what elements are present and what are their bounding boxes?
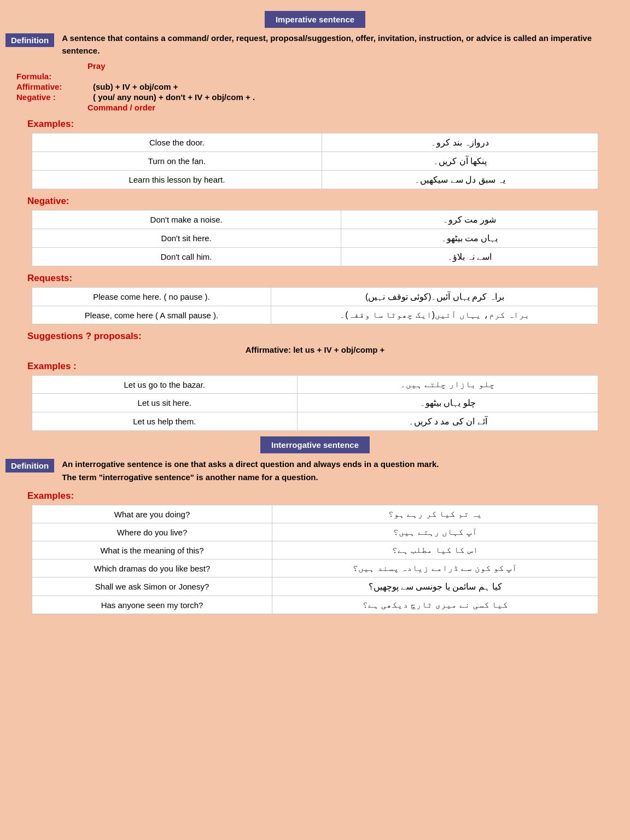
formula-label-line: Formula: [11, 72, 619, 81]
table-row: Let us go to the bazar.چلو بازار چلتے ہی… [32, 376, 598, 394]
affirmative-line: Affirmative: (sub) + IV + obj/com + [11, 82, 619, 91]
interrogative-def-line1: An interrogative sentence is one that as… [62, 458, 439, 471]
table-cell-urdu: یہ سبق دل سے سیکھیں۔ [322, 171, 598, 189]
negative-formula-value: ( you/ any noun) + don't + IV + obj/com … [93, 92, 255, 102]
definition-label: Definition [5, 33, 54, 47]
table-row: Let us sit here.چلو یہاں بیٹھو۔ [32, 394, 598, 412]
table-cell-english: Let us go to the bazar. [32, 376, 297, 394]
negative-formula-label: Negative : [16, 92, 93, 102]
table-cell-urdu: اسے نہ بلاؤ۔ [341, 248, 598, 266]
table-cell-urdu: کیا ہم سائمن یا جونسی سے پوچھیں؟ [272, 578, 598, 596]
imperative-badge: Imperative sentence [265, 11, 365, 28]
interrogative-definition-text: An interrogative sentence is one that as… [62, 458, 439, 484]
table-cell-urdu: آئے ان کی مد د کریں۔ [297, 412, 598, 431]
table-row: Please come here. ( no pause ).براہ کرم … [32, 288, 598, 306]
interrogative-def-line2: The term "interrogative sentence" is ano… [62, 471, 439, 484]
table-row: Please, come here ( A small pause ).براہ… [32, 306, 598, 324]
table-cell-urdu: پنکھا آن کریں۔ [322, 152, 598, 171]
table-row: Learn this lesson by heart.یہ سبق دل سے … [32, 171, 598, 189]
suggestions-examples-title: Examples : [22, 361, 630, 372]
table-cell-urdu: یہ تم کیا کر رہے ہو؟ [272, 505, 598, 523]
table-cell-urdu: آپ کہاں رہتے ہیں؟ [272, 523, 598, 541]
table-cell-urdu: چلو بازار چلتے ہیں۔ [297, 376, 598, 394]
table-row: Don't sit here.یہاں مت بیٹھو۔ [32, 229, 598, 248]
interrogative-definition-label: Definition [5, 459, 54, 472]
interrogative-badge: Interrogative sentence [260, 436, 370, 453]
suggestions-section-title: Suggestions ? proposals: [22, 331, 630, 342]
table-cell-english: Turn on the fan. [32, 152, 322, 171]
table-cell-english: Please, come here ( A small pause ). [32, 306, 271, 324]
table-cell-english: Don't make a noise. [32, 211, 341, 229]
affirmative-label: Affirmative: [16, 82, 93, 91]
imperative-definition-text: A sentence that contains a command/ orde… [62, 32, 625, 57]
table-row: Close the door.دروازہ بند کرو۔ [32, 133, 598, 152]
table-cell-english: Shall we ask Simon or Jonesy? [32, 578, 272, 596]
suggestions-table: Let us go to the bazar.چلو بازار چلتے ہی… [32, 375, 599, 431]
imperative-badge-container: Imperative sentence [0, 11, 630, 28]
table-row: Has anyone seen my torch?کیا کسی نے میری… [32, 596, 598, 614]
table-cell-english: What are you doing? [32, 505, 272, 523]
examples-section-title: Examples: [22, 119, 630, 130]
table-cell-urdu: کیا کسی نے میری ٹارچ دیکھی ہے؟ [272, 596, 598, 614]
table-cell-english: What is the meaning of this? [32, 541, 272, 559]
interrogative-examples-title: Examples: [22, 491, 630, 501]
table-cell-english: Has anyone seen my torch? [32, 596, 272, 614]
table-cell-urdu: یہاں مت بیٹھو۔ [341, 229, 598, 248]
table-cell-english: Learn this lesson by heart. [32, 171, 322, 189]
table-cell-urdu: شور مت کرو۔ [341, 211, 598, 229]
negative-formula-line: Negative : ( you/ any noun) + don't + IV… [11, 92, 619, 102]
table-cell-urdu: براہ کرم، یہاں آئیں(ایک چھوٹا سا وقفہ)۔ [271, 306, 598, 324]
table-cell-english: Don't sit here. [32, 229, 341, 248]
table-cell-urdu: دروازہ بند کرو۔ [322, 133, 598, 152]
affirmative-formula: (sub) + IV + obj/com + [93, 82, 178, 91]
suggestions-affirmative-formula: Affirmative: let us + IV + obj/comp + [0, 345, 630, 354]
table-cell-english: Please come here. ( no pause ). [32, 288, 271, 306]
table-row: What are you doing?یہ تم کیا کر رہے ہو؟ [32, 505, 598, 523]
table-cell-urdu: آپ کو کون سے ڈرامے زیادہ پسند ہیں؟ [272, 559, 598, 578]
requests-section-title: Requests: [22, 273, 630, 284]
command-order-line: Command / order [88, 103, 619, 112]
interrogative-badge-container: Interrogative sentence [0, 436, 630, 453]
table-row: Shall we ask Simon or Jonesy?کیا ہم سائم… [32, 578, 598, 596]
formula-block: Pray Formula: Affirmative: (sub) + IV + … [0, 61, 630, 112]
table-cell-english: Which dramas do you like best? [32, 559, 272, 578]
table-cell-urdu: اس کا کیا مطلب ہے؟ [272, 541, 598, 559]
table-row: Which dramas do you like best?آپ کو کون … [32, 559, 598, 578]
interrogative-definition-row: Definition An interrogative sentence is … [0, 458, 630, 484]
table-cell-urdu: براہ کرم یہاں آئیں۔(کوئی توقف نہیں) [271, 288, 598, 306]
negative-table: Don't make a noise.شور مت کرو۔Don't sit … [32, 210, 599, 266]
table-cell-urdu: چلو یہاں بیٹھو۔ [297, 394, 598, 412]
table-cell-english: Let us sit here. [32, 394, 297, 412]
negative-section-title: Negative: [22, 196, 630, 207]
table-row: Where do you live?آپ کہاں رہتے ہیں؟ [32, 523, 598, 541]
table-cell-english: Close the door. [32, 133, 322, 152]
table-row: Don't make a noise.شور مت کرو۔ [32, 211, 598, 229]
table-cell-english: Don't call him. [32, 248, 341, 266]
pray-line: Pray [88, 61, 619, 71]
table-cell-english: Let us help them. [32, 412, 297, 431]
interrogative-table: What are you doing?یہ تم کیا کر رہے ہو؟W… [32, 505, 599, 614]
table-row: Turn on the fan.پنکھا آن کریں۔ [32, 152, 598, 171]
table-row: Don't call him.اسے نہ بلاؤ۔ [32, 248, 598, 266]
table-row: What is the meaning of this?اس کا کیا مط… [32, 541, 598, 559]
requests-table: Please come here. ( no pause ).براہ کرم … [32, 287, 599, 324]
table-cell-english: Where do you live? [32, 523, 272, 541]
table-row: Let us help them.آئے ان کی مد د کریں۔ [32, 412, 598, 431]
examples-table: Close the door.دروازہ بند کرو۔Turn on th… [32, 133, 599, 189]
imperative-definition-row: Definition A sentence that contains a co… [0, 32, 630, 57]
formula-label: Formula: [16, 72, 93, 81]
